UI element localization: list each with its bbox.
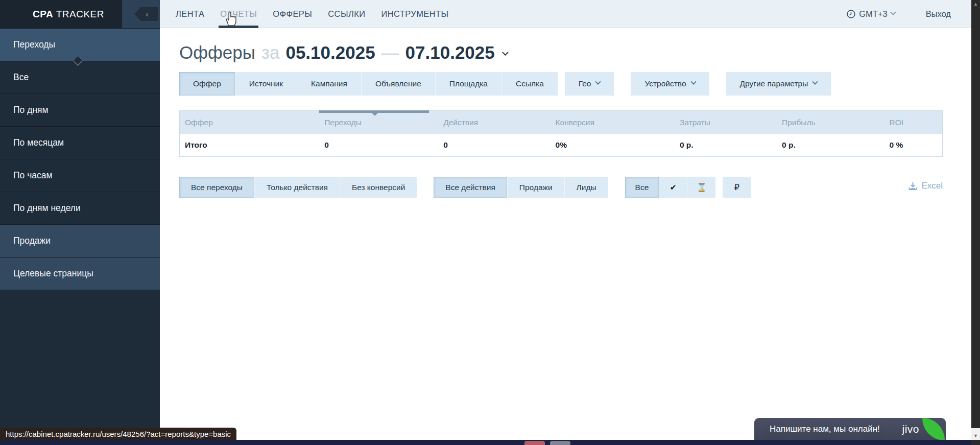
sidebar-item-po-dnyam-nedeli[interactable]: По дням недели <box>0 192 160 224</box>
filter-vse-perehody[interactable]: Все переходы <box>179 177 255 198</box>
app-logo: CPA TRACKER <box>33 9 104 20</box>
sidebar-item-label: По дням <box>13 105 49 115</box>
sidebar-item-label: По месяцам <box>13 137 64 148</box>
column-header-label: Переходы <box>324 118 362 127</box>
tab-obyavlenie[interactable]: Объявление <box>362 72 436 96</box>
timezone-label: GMT+3 <box>859 9 887 19</box>
report-table: Оффер Переходы Действия Конверсия Затрат… <box>179 110 943 157</box>
logout-link[interactable]: Выход <box>926 9 951 19</box>
sidebar-item-perehody[interactable]: Переходы <box>0 28 160 61</box>
tab-kampaniya[interactable]: Кампания <box>297 72 362 96</box>
chat-message: Напишите нам, мы онлайн! <box>770 424 880 434</box>
dropdown-label: Другие параметры <box>740 79 808 88</box>
total-clicks: 0 <box>319 140 438 150</box>
sidebar-item-label: По дням недели <box>13 203 81 214</box>
sidebar-item-po-dnyam[interactable]: По дням <box>0 93 160 126</box>
column-header-deystviya[interactable]: Действия <box>438 111 550 134</box>
filter-vse-deystviya[interactable]: Все действия <box>434 177 507 198</box>
sidebar-item-prodazhi[interactable]: Продажи <box>0 224 160 257</box>
scroll-down-icon[interactable]: ▼ <box>971 433 980 438</box>
excel-label: Excel <box>921 181 943 191</box>
sidebar-item-celevye-stranicy[interactable]: Целевые страницы <box>0 257 160 290</box>
app-logo-bold: CPA <box>33 9 53 19</box>
top-navigation: ЛЕНТА ОТЧЕТЫ ОФФЕРЫ ССЫЛКИ ИНСТРУМЕНТЫ G… <box>160 0 971 28</box>
dropdown-drugie-parametry[interactable]: Другие параметры <box>726 72 831 96</box>
scrollbar-bottom-track[interactable]: ▼ <box>971 428 980 440</box>
nav-right-group: GMT+3 Выход <box>847 9 951 19</box>
filters-row: Все переходы Только действия Без конверс… <box>179 177 943 198</box>
sidebar-header: CPA TRACKER ‹ <box>0 0 160 28</box>
sidebar: CPA TRACKER ‹ Переходы Все По дням По ме… <box>0 0 160 445</box>
status-url: https://cabinet.cpatracker.ru/users/4825… <box>6 430 231 438</box>
column-header-pribyl[interactable]: Прибыль <box>777 111 885 134</box>
nav-item-instrumenty[interactable]: ИНСТРУМЕНТЫ <box>381 0 448 28</box>
table-total-row: Итого 0 0 0% 0 р. 0 р. 0 % <box>180 134 942 156</box>
sidebar-item-vse[interactable]: Все <box>0 61 160 93</box>
check-icon: ✔ <box>670 183 677 192</box>
sidebar-item-label: Все <box>13 72 29 83</box>
filter-currency-ruble[interactable]: ₽ <box>723 177 751 198</box>
actions-filter-group: Все действия Продажи Лиды <box>434 177 608 198</box>
tab-ploshchadka[interactable]: Площадка <box>436 72 502 96</box>
column-header-zatraty[interactable]: Затраты <box>675 111 777 134</box>
dropdown-label: Устройство <box>644 79 686 88</box>
timezone-selector[interactable]: GMT+3 <box>847 9 895 19</box>
filter-status-vse[interactable]: Все <box>625 177 660 198</box>
page-title: Офферы за 05.10.2025 — 07.10.2025 <box>179 42 943 63</box>
filter-bez-konversiy[interactable]: Без конверсий <box>340 177 417 198</box>
ruble-icon: ₽ <box>734 182 739 192</box>
total-conversion: 0% <box>551 140 675 150</box>
taskbar-item-gray <box>550 441 570 445</box>
download-icon <box>909 182 917 191</box>
total-roi: 0 % <box>884 140 942 150</box>
hourglass-icon: ⌛ <box>697 183 706 192</box>
dropdown-label: Гео <box>579 79 591 88</box>
filter-status-pending[interactable]: ⌛ <box>687 177 715 198</box>
filter-lidy[interactable]: Лиды <box>565 177 608 198</box>
sidebar-item-po-mesyacam[interactable]: По месяцам <box>0 126 160 159</box>
jivo-leaf-icon <box>922 418 945 440</box>
column-header-offer[interactable]: Оффер <box>180 111 319 134</box>
clock-icon <box>847 10 855 18</box>
date-to[interactable]: 07.10.2025 <box>405 42 495 63</box>
tab-istochnik[interactable]: Источник <box>235 72 297 96</box>
dropdown-geo[interactable]: Гео <box>565 72 614 96</box>
chat-widget[interactable]: Напишите нам, мы онлайн! jivo <box>754 418 946 440</box>
app-window: CPA TRACKER ‹ Переходы Все По дням По ме… <box>0 0 980 445</box>
date-range-chevron-icon[interactable] <box>502 49 509 56</box>
nav-item-offery[interactable]: ОФФЕРЫ <box>273 0 312 28</box>
traffic-filter-group: Все переходы Только действия Без конверс… <box>179 177 417 198</box>
date-from[interactable]: 05.10.2025 <box>285 42 375 63</box>
chevron-down-icon <box>595 79 601 84</box>
nav-item-ssylki[interactable]: ССЫЛКИ <box>328 0 365 28</box>
column-header-konversiya[interactable]: Конверсия <box>551 111 675 134</box>
total-actions: 0 <box>438 140 550 150</box>
nav-item-lenta[interactable]: ЛЕНТА <box>176 0 204 28</box>
tab-offer[interactable]: Оффер <box>179 72 235 96</box>
table-header-row: Оффер Переходы Действия Конверсия Затрат… <box>180 111 942 134</box>
excel-export-link[interactable]: Excel <box>909 181 943 191</box>
sidebar-item-label: Целевые страницы <box>13 268 93 279</box>
nav-item-otchety[interactable]: ОТЧЕТЫ <box>220 0 257 28</box>
sidebar-item-label: По часам <box>13 170 53 181</box>
filter-tolko-deystviya[interactable]: Только действия <box>255 177 340 198</box>
sidebar-item-po-chasam[interactable]: По часам <box>0 159 160 192</box>
filter-status-confirmed[interactable]: ✔ <box>659 177 687 198</box>
column-header-label: Действия <box>443 118 478 127</box>
tab-ssylka[interactable]: Ссылка <box>502 72 558 96</box>
status-filter-group: Все ✔ ⌛ <box>625 177 716 198</box>
filter-prodazhi[interactable]: Продажи <box>508 177 565 198</box>
column-header-perehody[interactable]: Переходы <box>319 111 438 134</box>
chevron-down-icon <box>812 79 818 84</box>
date-dash: — <box>381 42 399 63</box>
taskbar-item-red <box>524 441 545 445</box>
dimension-tab-group: Оффер Источник Кампания Объявление Площа… <box>179 72 558 96</box>
total-costs: 0 р. <box>675 140 777 150</box>
column-header-roi[interactable]: ROI <box>884 111 942 134</box>
total-profit: 0 р. <box>777 140 885 150</box>
jivo-logo: jivo <box>902 423 919 435</box>
scroll-up-icon[interactable]: ▲ <box>971 2 980 7</box>
vertical-scrollbar[interactable]: ▲ ▼ <box>971 0 980 445</box>
dropdown-ustroystvo[interactable]: Устройство <box>631 72 709 96</box>
total-label: Итого <box>180 140 319 150</box>
